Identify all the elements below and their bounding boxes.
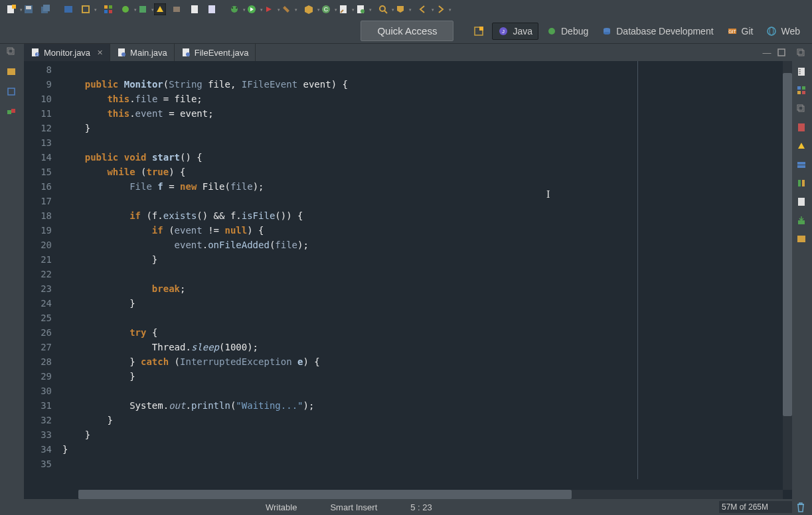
svg-rect-57 xyxy=(802,86,805,90)
svg-point-32 xyxy=(548,28,555,35)
properties-icon[interactable] xyxy=(796,141,808,153)
quick-access-input[interactable]: Quick Access xyxy=(361,21,453,41)
perspective-label: Java xyxy=(513,26,532,37)
new-package-icon[interactable] xyxy=(303,3,315,15)
ext-tools-icon[interactable] xyxy=(280,3,292,15)
restore-icon-2[interactable] xyxy=(796,104,808,115)
data-source-icon[interactable] xyxy=(796,178,808,190)
debug-config-icon[interactable] xyxy=(120,3,131,15)
navigator-icon[interactable] xyxy=(6,86,18,98)
perspective-git[interactable]: GIT Git xyxy=(722,23,759,39)
java-file-icon xyxy=(181,48,191,57)
tab-label: Monitor.java xyxy=(44,48,90,58)
vertical-scrollbar[interactable] xyxy=(783,61,792,490)
svg-rect-15 xyxy=(191,5,198,13)
svg-rect-54 xyxy=(797,49,803,54)
svg-rect-52 xyxy=(778,49,785,56)
editor-tab[interactable]: Main.java xyxy=(110,44,175,61)
new-class-icon[interactable]: C xyxy=(320,3,332,15)
restore-icon[interactable] xyxy=(796,48,808,60)
cursor-position: 5 : 23 xyxy=(410,502,432,512)
svg-rect-61 xyxy=(797,105,803,110)
annotation-icon[interactable] xyxy=(394,3,406,15)
svg-rect-53 xyxy=(799,50,804,56)
perspective-debug[interactable]: Debug xyxy=(541,23,594,39)
console-icon[interactable] xyxy=(796,234,808,246)
editor-tab[interactable]: J Monitor.java ✕ xyxy=(24,44,110,61)
svg-rect-62 xyxy=(798,123,805,131)
perspective-java[interactable]: J Java xyxy=(492,23,538,40)
snippets-icon[interactable] xyxy=(796,196,808,208)
maximize-icon[interactable] xyxy=(776,48,787,57)
perspective-database[interactable]: Database Development xyxy=(596,23,718,39)
editor-tab-strip: J Monitor.java ✕ Main.java FileEvent.jav… xyxy=(24,44,792,61)
forward-icon[interactable] xyxy=(434,3,446,15)
open-type-icon[interactable] xyxy=(337,3,349,15)
coverage-icon[interactable] xyxy=(137,3,149,15)
perspective-label: Debug xyxy=(561,26,588,37)
restore-icon[interactable] xyxy=(6,46,18,58)
minimize-icon[interactable]: — xyxy=(762,48,772,57)
svg-point-18 xyxy=(232,7,233,9)
search-icon[interactable] xyxy=(377,3,389,15)
run-icon[interactable] xyxy=(246,3,258,15)
overview-ruler[interactable] xyxy=(773,61,783,490)
servers-icon[interactable] xyxy=(796,159,808,171)
svg-point-49 xyxy=(122,52,125,56)
build-icon[interactable] xyxy=(154,3,166,15)
new-icon[interactable] xyxy=(5,3,17,15)
new-example-icon[interactable] xyxy=(206,3,218,15)
svg-rect-44 xyxy=(11,109,15,113)
java-file-icon xyxy=(117,48,126,57)
code-area[interactable]: public Monitor(String file, IFileEvent e… xyxy=(56,61,792,499)
open-perspective-button[interactable] xyxy=(468,23,489,39)
debug-icon[interactable] xyxy=(228,3,240,15)
tab-controls: — xyxy=(762,44,792,61)
svg-point-39 xyxy=(770,27,773,35)
main-toolbar: C xyxy=(0,0,812,19)
save-all-icon[interactable] xyxy=(40,3,52,15)
svg-point-35 xyxy=(604,32,610,35)
import-icon[interactable] xyxy=(796,215,808,227)
run-last-icon[interactable] xyxy=(263,3,275,15)
perspective-label: Database Development xyxy=(616,26,713,37)
save-icon[interactable] xyxy=(23,3,35,15)
svg-rect-40 xyxy=(9,49,14,54)
svg-rect-69 xyxy=(797,236,805,242)
markers-icon[interactable] xyxy=(796,122,808,134)
svg-rect-60 xyxy=(799,106,804,111)
svg-point-27 xyxy=(380,6,385,11)
gc-icon[interactable] xyxy=(796,502,807,512)
wizard-icon[interactable] xyxy=(102,3,114,15)
perspective-label: Git xyxy=(742,26,754,37)
svg-rect-43 xyxy=(7,110,11,114)
package-explorer-icon[interactable] xyxy=(6,66,18,78)
svg-rect-64 xyxy=(797,165,805,168)
left-view-stack xyxy=(0,44,24,499)
new-page-icon[interactable] xyxy=(189,3,201,15)
editor-tab[interactable]: FileEvent.java xyxy=(175,44,256,61)
svg-rect-21 xyxy=(283,6,289,13)
status-bar: Writable Smart Insert 5 : 23 57M of 265M xyxy=(0,499,812,515)
horizontal-scrollbar[interactable] xyxy=(78,490,783,499)
outline-icon[interactable] xyxy=(796,85,808,97)
tab-label: FileEvent.java xyxy=(195,48,249,58)
new-server-icon[interactable] xyxy=(171,3,183,15)
task-list-icon[interactable] xyxy=(796,66,808,78)
back-icon[interactable] xyxy=(417,3,429,15)
close-icon[interactable]: ✕ xyxy=(97,48,103,57)
line-number-gutter: 8910111213141516171819202122232425262728… xyxy=(24,61,56,499)
editor-body[interactable]: 8910111213141516171819202122232425262728… xyxy=(24,61,792,499)
java-file-icon: J xyxy=(31,48,40,57)
junit-icon[interactable] xyxy=(6,106,18,118)
switch-editor-icon[interactable] xyxy=(62,3,74,15)
perspective-icon[interactable] xyxy=(80,3,92,15)
svg-rect-8 xyxy=(104,5,108,9)
perspective-web[interactable]: Web xyxy=(761,23,805,39)
svg-rect-6 xyxy=(64,6,72,13)
open-task-icon[interactable] xyxy=(355,3,366,15)
svg-rect-5 xyxy=(43,5,50,11)
insert-mode-status: Smart Insert xyxy=(330,502,377,512)
heap-status[interactable]: 57M of 265M xyxy=(719,501,812,513)
svg-rect-63 xyxy=(797,162,805,165)
